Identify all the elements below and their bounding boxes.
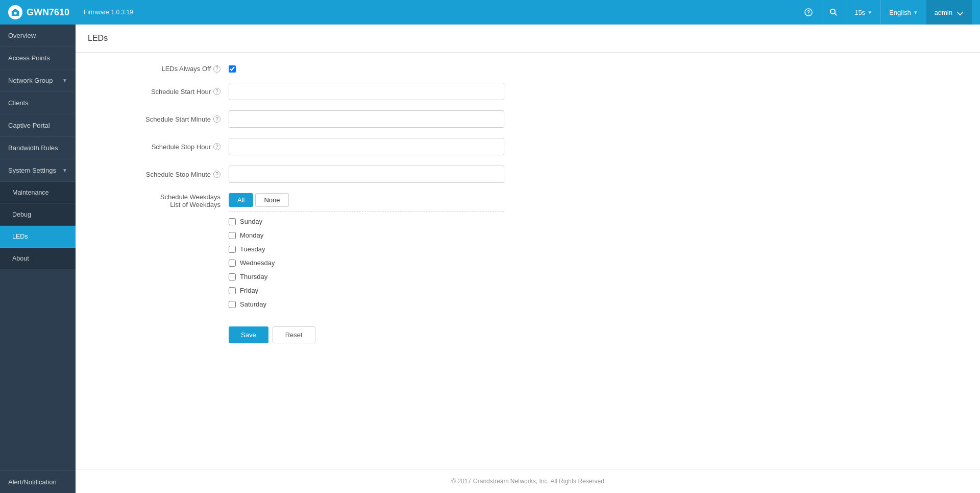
language-selector[interactable]: English ▼ bbox=[881, 0, 926, 25]
sidebar-item-maintenance[interactable]: Maintenance bbox=[0, 182, 76, 204]
weekday-buttons: All None bbox=[229, 193, 504, 207]
reset-button[interactable]: Reset bbox=[273, 326, 315, 343]
app-title: GWN7610 bbox=[27, 7, 69, 18]
header: GWN7610 Firmware 1.0.3.19 ? 15s ▼ Englis… bbox=[0, 0, 980, 25]
svg-point-0 bbox=[14, 12, 16, 14]
network-group-chevron: ▼ bbox=[62, 78, 67, 83]
schedule-start-hour-control bbox=[229, 83, 504, 100]
sidebar-item-about[interactable]: About bbox=[0, 248, 76, 270]
schedule-start-hour-label: Schedule Start Hour ? bbox=[96, 88, 229, 96]
day-thursday: Thursday bbox=[229, 273, 504, 280]
system-settings-chevron: ▼ bbox=[62, 168, 67, 173]
admin-menu[interactable]: admin bbox=[926, 0, 972, 25]
logo: GWN7610 bbox=[8, 5, 69, 19]
logo-icon bbox=[8, 5, 22, 19]
schedule-stop-minute-help-icon[interactable]: ? bbox=[213, 171, 220, 178]
schedule-weekdays-label: Schedule Weekdays List of Weekdays bbox=[96, 193, 229, 208]
schedule-stop-hour-input[interactable] bbox=[229, 138, 504, 155]
leds-always-off-help-icon[interactable]: ? bbox=[213, 65, 220, 73]
schedule-start-hour-help-icon[interactable]: ? bbox=[213, 88, 220, 95]
help-button[interactable]: ? bbox=[796, 0, 821, 25]
tuesday-checkbox[interactable] bbox=[229, 246, 236, 253]
header-actions: ? 15s ▼ English ▼ bbox=[796, 0, 926, 25]
none-button[interactable]: None bbox=[255, 193, 288, 207]
day-saturday: Saturday bbox=[229, 300, 504, 308]
schedule-stop-hour-control bbox=[229, 138, 504, 155]
footer: © 2017 Grandstream Networks, Inc. All Ri… bbox=[76, 469, 980, 493]
all-button[interactable]: All bbox=[229, 193, 253, 207]
schedule-start-minute-help-icon[interactable]: ? bbox=[213, 115, 220, 123]
sidebar-item-captive-portal[interactable]: Captive Portal bbox=[0, 114, 76, 137]
wednesday-checkbox[interactable] bbox=[229, 260, 236, 267]
weekdays-content: All None Sunday Monday Tuesday bbox=[229, 193, 504, 314]
schedule-stop-minute-row: Schedule Stop Minute ? bbox=[96, 166, 960, 183]
day-wednesday: Wednesday bbox=[229, 259, 504, 267]
schedule-stop-hour-label: Schedule Stop Hour ? bbox=[96, 143, 229, 151]
sidebar-item-overview[interactable]: Overview bbox=[0, 25, 76, 47]
leds-always-off-control bbox=[229, 65, 504, 73]
sidebar-item-debug[interactable]: Debug bbox=[0, 204, 76, 226]
schedule-stop-minute-control bbox=[229, 166, 504, 183]
weekday-divider bbox=[229, 211, 504, 212]
schedule-start-hour-input[interactable] bbox=[229, 83, 504, 100]
sidebar-item-clients[interactable]: Clients bbox=[0, 92, 76, 114]
save-button[interactable]: Save bbox=[229, 326, 268, 343]
svg-text:?: ? bbox=[807, 10, 810, 15]
schedule-stop-minute-input[interactable] bbox=[229, 166, 504, 183]
monday-checkbox[interactable] bbox=[229, 232, 236, 239]
sunday-checkbox[interactable] bbox=[229, 218, 236, 225]
schedule-stop-hour-row: Schedule Stop Hour ? bbox=[96, 138, 960, 155]
search-button[interactable] bbox=[821, 0, 846, 25]
leds-always-off-checkbox[interactable] bbox=[229, 65, 236, 73]
schedule-start-minute-label: Schedule Start Minute ? bbox=[96, 115, 229, 123]
schedule-start-hour-row: Schedule Start Hour ? bbox=[96, 83, 960, 100]
svg-point-3 bbox=[830, 9, 835, 14]
schedule-weekdays-row: Schedule Weekdays List of Weekdays All N… bbox=[96, 193, 960, 314]
page-title: LEDs bbox=[76, 25, 980, 53]
saturday-checkbox[interactable] bbox=[229, 301, 236, 308]
admin-label: admin bbox=[935, 9, 952, 16]
leds-always-off-row: LEDs Always Off ? bbox=[96, 65, 960, 73]
schedule-stop-minute-label: Schedule Stop Minute ? bbox=[96, 171, 229, 178]
sidebar-item-bandwidth-rules[interactable]: Bandwidth Rules bbox=[0, 137, 76, 159]
schedule-start-minute-control bbox=[229, 110, 504, 128]
schedule-start-minute-row: Schedule Start Minute ? bbox=[96, 110, 960, 128]
firmware-version: Firmware 1.0.3.19 bbox=[84, 9, 133, 16]
action-buttons: Save Reset bbox=[229, 326, 960, 343]
content-area: LEDs Always Off ? Schedule Start Hour ? bbox=[76, 53, 980, 469]
sidebar-item-leds[interactable]: LEDs bbox=[0, 226, 76, 248]
sidebar-item-access-points[interactable]: Access Points bbox=[0, 47, 76, 69]
interval-chevron: ▼ bbox=[867, 10, 872, 15]
svg-line-4 bbox=[835, 13, 837, 15]
sidebar-item-alert-notification[interactable]: Alert/Notification bbox=[0, 471, 76, 493]
day-monday: Monday bbox=[229, 231, 504, 239]
sidebar: Overview Access Points Network Group ▼ C… bbox=[0, 25, 76, 493]
day-sunday: Sunday bbox=[229, 218, 504, 225]
refresh-interval[interactable]: 15s ▼ bbox=[846, 0, 881, 25]
sidebar-item-network-group[interactable]: Network Group ▼ bbox=[0, 69, 76, 92]
language-chevron: ▼ bbox=[913, 10, 918, 15]
leds-always-off-label: LEDs Always Off ? bbox=[96, 65, 229, 73]
thursday-checkbox[interactable] bbox=[229, 273, 236, 280]
friday-checkbox[interactable] bbox=[229, 287, 236, 294]
sidebar-item-system-settings[interactable]: System Settings ▼ bbox=[0, 159, 76, 182]
schedule-start-minute-input[interactable] bbox=[229, 110, 504, 128]
day-tuesday: Tuesday bbox=[229, 245, 504, 253]
main-content: LEDs LEDs Always Off ? Schedule Start Ho… bbox=[76, 25, 980, 493]
day-friday: Friday bbox=[229, 287, 504, 294]
schedule-stop-hour-help-icon[interactable]: ? bbox=[213, 143, 220, 150]
